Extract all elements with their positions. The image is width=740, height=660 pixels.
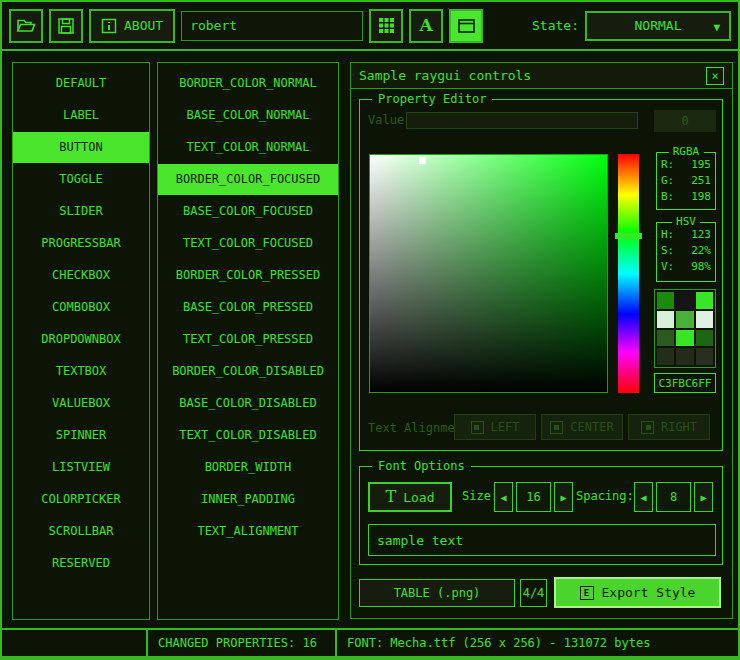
arrow-left-icon: ◀: [500, 492, 506, 503]
state-dropdown[interactable]: NORMAL ▼: [585, 11, 731, 41]
property-list-item[interactable]: TEXT_COLOR_FOCUSED: [158, 228, 338, 259]
hex-color-value: C3FBC6FF: [659, 377, 712, 390]
color-swatch[interactable]: [657, 348, 674, 365]
control-list-item[interactable]: COLORPICKER: [13, 484, 149, 515]
color-value-row: G:251: [661, 173, 711, 189]
color-swatch[interactable]: [696, 330, 713, 347]
property-list-item[interactable]: BORDER_WIDTH: [158, 452, 338, 483]
controls-view-button[interactable]: [449, 9, 483, 43]
color-swatch[interactable]: [696, 311, 713, 328]
load-font-button[interactable]: T Load: [368, 482, 452, 512]
property-list-item[interactable]: TEXT_COLOR_NORMAL: [158, 132, 338, 163]
size-value: 16: [526, 490, 540, 504]
state-label: State:: [532, 18, 579, 33]
value-box-text: 0: [681, 114, 688, 128]
control-list-item[interactable]: DROPDOWNBOX: [13, 324, 149, 355]
value-box[interactable]: 0: [654, 110, 716, 132]
control-list-item[interactable]: SLIDER: [13, 196, 149, 227]
grid-icon: [379, 18, 394, 33]
status-bar: CHANGED PROPERTIES: 16 FONT: Mecha.ttf (…: [2, 628, 738, 658]
export-format-combobox[interactable]: TABLE (.png): [359, 579, 515, 607]
property-list-item[interactable]: INNER_PADDING: [158, 484, 338, 515]
property-list-item[interactable]: BASE_COLOR_DISABLED: [158, 388, 338, 419]
color-swatch[interactable]: [696, 292, 713, 309]
color-swatch[interactable]: [676, 292, 693, 309]
control-list-item[interactable]: SPINNER: [13, 420, 149, 451]
hue-bar[interactable]: [618, 154, 639, 393]
control-list-item[interactable]: LISTVIEW: [13, 452, 149, 483]
property-list-item[interactable]: TEXT_ALIGNMENT: [158, 516, 338, 547]
properties-listview[interactable]: BORDER_COLOR_NORMALBASE_COLOR_NORMALTEXT…: [157, 62, 339, 620]
sample-window-titlebar[interactable]: Sample raygui controls ×: [351, 63, 732, 89]
floppy-save-icon: [57, 17, 75, 35]
style-table-view-button[interactable]: [369, 9, 403, 43]
property-list-item[interactable]: TEXT_COLOR_DISABLED: [158, 420, 338, 451]
color-swatch[interactable]: [676, 348, 693, 365]
property-editor-title: Property Editor: [372, 92, 492, 106]
close-button[interactable]: ×: [706, 67, 724, 85]
property-list-item[interactable]: BASE_COLOR_NORMAL: [158, 100, 338, 131]
color-swatch[interactable]: [696, 348, 713, 365]
align-right-button[interactable]: RIGHT: [628, 414, 710, 440]
control-list-item[interactable]: SCROLLBAR: [13, 516, 149, 547]
style-name-input[interactable]: [181, 11, 363, 41]
chevron-down-icon: ▼: [713, 21, 720, 34]
status-cell-empty: [2, 630, 148, 656]
color-value-row: R:195: [661, 157, 711, 173]
color-picker-selector[interactable]: [419, 157, 426, 164]
status-changed-properties: CHANGED PROPERTIES: 16: [148, 630, 337, 656]
property-list-item[interactable]: BORDER_COLOR_DISABLED: [158, 356, 338, 387]
size-increase-button[interactable]: ▶: [554, 482, 573, 512]
property-list-item[interactable]: TEXT_COLOR_PRESSED: [158, 324, 338, 355]
align-right-icon: [641, 421, 654, 434]
about-button[interactable]: ABOUT: [89, 9, 175, 43]
arrow-right-icon: ▶: [560, 492, 566, 503]
color-value-row: S:22%: [661, 243, 711, 259]
spacing-decrease-button[interactable]: ◀: [634, 482, 653, 512]
size-value-box[interactable]: 16: [516, 482, 551, 512]
load-font-label: Load: [403, 490, 434, 505]
open-file-button[interactable]: [9, 9, 43, 43]
export-format-counter[interactable]: 4/4: [520, 579, 547, 607]
hue-slider-handle[interactable]: [615, 233, 642, 239]
color-swatch[interactable]: [657, 330, 674, 347]
export-format-value: TABLE (.png): [394, 586, 481, 600]
color-swatch[interactable]: [657, 311, 674, 328]
hex-color-input[interactable]: C3FBC6FF: [654, 373, 716, 393]
control-list-item[interactable]: PROGRESSBAR: [13, 228, 149, 259]
control-list-item[interactable]: COMBOBOX: [13, 292, 149, 323]
color-swatch[interactable]: [676, 330, 693, 347]
rguistyler-window: ABOUT A State: NORMA: [0, 0, 740, 660]
size-label: Size:: [462, 489, 498, 503]
color-value-row: B:198: [661, 189, 711, 205]
controls-listview[interactable]: DEFAULTLABELBUTTONTOGGLESLIDERPROGRESSBA…: [12, 62, 150, 620]
control-list-item[interactable]: DEFAULT: [13, 68, 149, 99]
property-list-item[interactable]: BORDER_COLOR_NORMAL: [158, 68, 338, 99]
control-list-item[interactable]: VALUEBOX: [13, 388, 149, 419]
control-list-item[interactable]: BUTTON: [13, 132, 149, 163]
size-decrease-button[interactable]: ◀: [494, 482, 513, 512]
control-list-item[interactable]: RESERVED: [13, 548, 149, 579]
text-alignment-buttons: LEFTCENTERRIGHT: [454, 414, 710, 440]
align-center-button[interactable]: CENTER: [541, 414, 623, 440]
property-list-item[interactable]: BORDER_COLOR_FOCUSED: [158, 164, 338, 195]
save-file-button[interactable]: [49, 9, 83, 43]
color-picker-panel[interactable]: [369, 154, 608, 393]
font-view-button[interactable]: A: [409, 9, 443, 43]
sample-text-input[interactable]: [368, 524, 716, 556]
export-style-button[interactable]: E Export Style: [554, 577, 721, 608]
color-swatch[interactable]: [676, 311, 693, 328]
property-list-item[interactable]: BASE_COLOR_FOCUSED: [158, 196, 338, 227]
spacing-increase-button[interactable]: ▶: [694, 482, 713, 512]
control-list-item[interactable]: LABEL: [13, 100, 149, 131]
control-list-item[interactable]: TOGGLE: [13, 164, 149, 195]
control-list-item[interactable]: TEXTBOX: [13, 356, 149, 387]
spacing-value-box[interactable]: 8: [656, 482, 691, 512]
property-list-item[interactable]: BORDER_COLOR_PRESSED: [158, 260, 338, 291]
font-options-group: Font Options T Load Size: ◀ 16 ▶ Spacing…: [359, 466, 723, 565]
control-list-item[interactable]: CHECKBOX: [13, 260, 149, 291]
color-swatch[interactable]: [657, 292, 674, 309]
property-list-item[interactable]: BASE_COLOR_PRESSED: [158, 292, 338, 323]
align-left-button[interactable]: LEFT: [454, 414, 536, 440]
value-slider[interactable]: [406, 112, 638, 129]
